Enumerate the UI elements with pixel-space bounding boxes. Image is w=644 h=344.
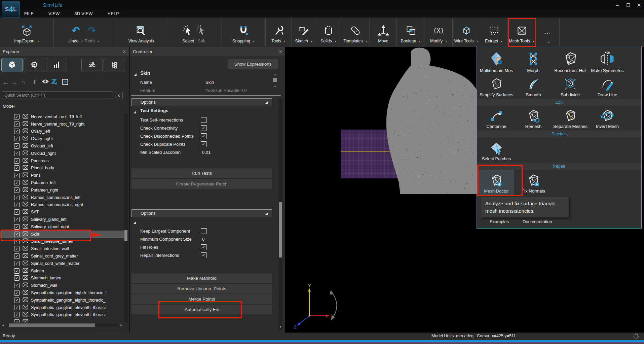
reconstruct-hull-tool[interactable]: Reconstruct Hull — [553, 46, 588, 74]
tree-item-nerve_ventral_root_t9_left[interactable]: ✓Nerve_ventral_root_T9_left — [0, 113, 124, 121]
examples-link[interactable]: Examples — [490, 219, 509, 224]
visibility-checkbox[interactable]: ✓ — [14, 319, 20, 322]
menu-3d-view[interactable]: 3D VIEW — [75, 11, 93, 16]
tree-item-stomach_wall[interactable]: ✓Stomach_wall — [0, 282, 124, 289]
explorer-vscroll-thumb[interactable] — [124, 230, 127, 241]
visibility-checkbox[interactable]: ✓ — [14, 305, 20, 310]
explorer-close-icon[interactable]: ✕ — [122, 49, 126, 54]
back-icon[interactable]: ← — [3, 79, 9, 86]
visibility-checkbox[interactable]: ✓ — [14, 217, 20, 222]
toolbar-wire-tools-button[interactable]: Wire Tools▼ — [453, 18, 479, 47]
search-input[interactable] — [2, 92, 113, 99]
chevron-down-icon[interactable]: ▼ — [37, 40, 39, 42]
morph-tool[interactable]: Morph — [516, 46, 551, 74]
repair-group-expander[interactable]: ◢ — [134, 219, 136, 225]
zoom-to-selection-icon[interactable] — [51, 79, 58, 87]
toolbar-redo-button[interactable]: ↷Redo▼ — [84, 18, 100, 47]
tree-item-sympathetic_ganglion_eleventh_thoraci[interactable]: ✓Sympathetic_ganglion_eleventh_thoraci — [0, 311, 124, 319]
visibility-checkbox[interactable]: ✓ — [14, 239, 20, 244]
toolbar-boolean-button[interactable]: Boolean▼ — [400, 18, 422, 47]
group-scroll-up-icon[interactable]: ▲ — [273, 73, 277, 76]
visibility-checkbox[interactable]: ✓ — [14, 187, 20, 193]
tree-item-sympathetic_ganglion_eighth_thoracic_[interactable]: ✓Sympathetic_ganglion_eighth_thoracic_ — [0, 297, 124, 304]
controller-scroll-down-icon[interactable]: ▼ — [278, 324, 282, 329]
chevron-down-icon[interactable]: ▼ — [334, 40, 337, 42]
toolbar-sketch-button[interactable]: Sketch▼ — [294, 18, 313, 47]
forward-icon[interactable]: → — [11, 79, 18, 86]
menu-view[interactable]: VIEW — [48, 11, 60, 16]
checkbox-checked[interactable]: ✓ — [201, 125, 206, 131]
tree-item-salivary_gland_right[interactable]: ✓Salivary_gland_right — [0, 223, 124, 231]
visibility-icon[interactable] — [42, 79, 49, 86]
tree-item-pons[interactable]: ✓Pons — [0, 172, 124, 179]
show-expressions-button[interactable]: Show Expressions — [228, 59, 278, 69]
visibility-checkbox[interactable]: ✓ — [14, 114, 20, 119]
visibility-checkbox[interactable]: ✓ — [14, 261, 20, 266]
toolbar-solids-button[interactable]: Solids▼ — [320, 18, 337, 47]
name-value[interactable]: Skin — [205, 80, 214, 85]
tree-item-pancreas[interactable]: ✓Pancreas — [0, 157, 124, 165]
option-value[interactable]: 0.01 — [202, 150, 211, 155]
controller-close-icon[interactable]: ✕ — [279, 49, 282, 54]
simplify-surfaces-tool[interactable]: Simplify Surfaces — [479, 74, 514, 99]
visibility-checkbox[interactable]: ✓ — [14, 173, 20, 178]
fix-normals-tool[interactable]: bFix Normals — [516, 170, 551, 195]
visibility-checkbox[interactable]: ✓ — [14, 151, 20, 156]
home-icon[interactable]: ⌂ — [22, 79, 25, 86]
tree-item-spinal_cord_grey_matter[interactable]: ✓Spinal_cord_grey_matter — [0, 252, 124, 260]
tree-item-putamen_right[interactable]: ✓Putamen_right — [0, 186, 124, 194]
separate-meshes-tool[interactable]: Separate Meshes — [553, 106, 588, 130]
toolbar-snapping-button[interactable]: Snapping▼ — [232, 18, 256, 47]
toolbar-select-button[interactable]: Select — [182, 18, 195, 47]
controller-vscrollbar[interactable]: ▼ — [278, 98, 282, 330]
visibility-checkbox[interactable]: ✓ — [14, 209, 20, 215]
chevron-down-icon[interactable]: ▼ — [548, 41, 550, 43]
visibility-checkbox[interactable]: ✓ — [14, 253, 20, 259]
chevron-down-icon[interactable]: ▼ — [97, 40, 99, 42]
explorer-tab-model[interactable] — [1, 58, 23, 72]
tree-item-oviduct_left[interactable]: ✓Oviduct_left — [0, 142, 124, 150]
automatically-fix-button[interactable]: Automatically Fix — [131, 305, 272, 314]
explorer-tab-hierarchy[interactable] — [104, 58, 125, 72]
explorer-tab-filter[interactable] — [81, 58, 103, 72]
multidomain-mesh-tool[interactable]: Multidomain Mes — [479, 46, 514, 74]
test-settings-expander[interactable]: ◢ — [134, 109, 136, 114]
chevron-down-icon[interactable]: ▼ — [500, 40, 503, 42]
visibility-checkbox[interactable]: ✓ — [14, 298, 20, 303]
tree-item-sat[interactable]: ✓SAT — [0, 208, 124, 216]
visibility-checkbox[interactable]: ✓ — [14, 122, 20, 127]
checkbox-checked[interactable]: ✓ — [201, 252, 206, 258]
search-clear-icon[interactable]: ✕ — [115, 92, 122, 99]
hscroll-right-icon[interactable]: ► — [119, 323, 124, 327]
visibility-checkbox[interactable]: ✓ — [14, 180, 20, 185]
toolbar-imp-export-button[interactable]: Imp/Export▼ — [13, 18, 40, 47]
make-manifold-button[interactable]: Make Manifold — [131, 273, 272, 283]
tree-item-ramus_communicans_left[interactable]: ✓Ramus_communicans_left — [0, 194, 124, 201]
visibility-checkbox[interactable]: ✓ — [14, 143, 20, 149]
visibility-checkbox[interactable]: ✓ — [14, 246, 20, 251]
centerline-tool[interactable]: Centerline — [479, 106, 514, 130]
options-header-1[interactable]: Options◢ — [131, 98, 272, 106]
create-degenerate-patch-button[interactable]: Create Degenerate Patch — [131, 179, 272, 189]
tree-item-spleen[interactable]: ✓Spleen — [0, 267, 124, 275]
visibility-checkbox[interactable]: ✓ — [14, 232, 20, 237]
hscroll-left-icon[interactable]: ◄ — [1, 323, 5, 327]
visibility-checkbox[interactable]: ✓ — [14, 283, 20, 288]
tree-item-sympathetic_ganglion_eleventh_thoraci[interactable]: ✓Sympathetic_ganglion_eleventh_thoraci — [0, 304, 124, 311]
chevron-down-icon[interactable]: ▼ — [283, 40, 286, 42]
checkbox-checked[interactable]: ✓ — [201, 133, 206, 139]
remove-unconn-points-button[interactable]: Remove Unconn. Points — [131, 284, 272, 294]
draw-line-tool[interactable]: Draw Line — [590, 74, 625, 99]
subdivide-tool[interactable]: ✕Subdivide — [553, 74, 588, 99]
toolbar-sub-button[interactable]: Sub — [195, 18, 209, 47]
toolbar-tools-button[interactable]: Tools▼ — [271, 18, 287, 47]
chevron-down-icon[interactable]: ▼ — [476, 40, 479, 42]
toolbar-extract-button[interactable]: Extract▼ — [484, 18, 503, 47]
chevron-down-icon[interactable]: ▼ — [445, 40, 447, 42]
visibility-checkbox[interactable]: ✓ — [14, 312, 20, 317]
chevron-down-icon[interactable]: ▼ — [253, 40, 255, 42]
tree-item-stomach_lumen[interactable]: ✓Stomach_lumen — [0, 275, 124, 282]
chevron-down-icon[interactable]: ▼ — [310, 40, 313, 42]
smooth-tool[interactable]: Smooth — [516, 74, 551, 99]
tree-item-ovary_right[interactable]: ✓Ovary_right — [0, 135, 124, 142]
